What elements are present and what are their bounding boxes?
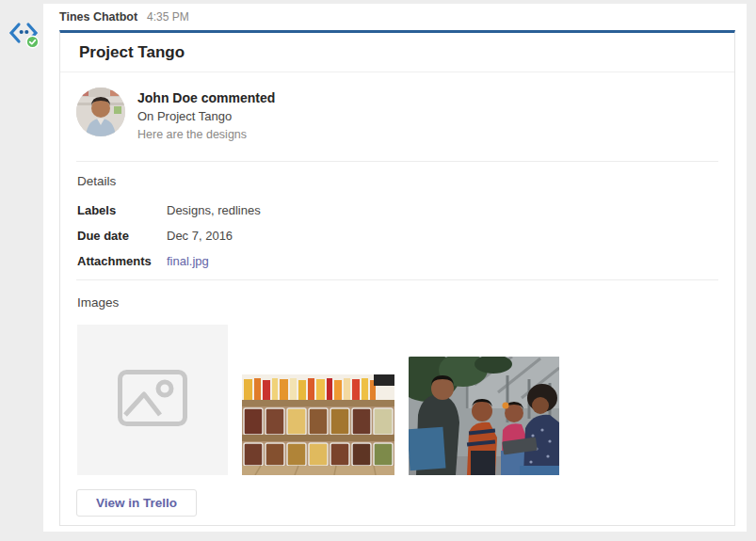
activity-title: John Doe commented xyxy=(137,89,275,107)
bins-row-2 xyxy=(244,443,393,466)
activity-text: John Doe commented On Project Tango Here… xyxy=(137,88,275,144)
bot-avatar[interactable] xyxy=(8,18,40,50)
family-photo[interactable] xyxy=(409,357,559,475)
john-doe-avatar xyxy=(76,88,125,136)
image-row xyxy=(77,325,717,475)
images-section: Images xyxy=(77,280,717,475)
message-timestamp: 4:35 PM xyxy=(147,10,189,24)
details-heading: Details xyxy=(77,174,717,188)
containers-photo[interactable] xyxy=(242,374,394,475)
image-placeholder[interactable] xyxy=(77,325,228,475)
colorful-sticks xyxy=(244,378,376,400)
girl-figure xyxy=(501,402,527,475)
activity-message: Here are the designs xyxy=(137,126,275,144)
fact-row-due-date: Due date Dec 7, 2016 xyxy=(77,229,717,244)
view-in-trello-button[interactable]: View in Trello xyxy=(76,489,197,517)
action-row: View in Trello xyxy=(76,489,718,517)
bins-row-1 xyxy=(244,408,393,435)
fact-label: Due date xyxy=(77,229,167,244)
tines-bot-icon xyxy=(8,37,40,53)
woman-figure xyxy=(523,384,559,475)
jeans xyxy=(520,466,559,475)
fact-row-attachments: Attachments final.jpg xyxy=(77,254,717,269)
broken-image-icon xyxy=(118,370,187,430)
connector-card: Project Tango John Doe commented On Proj… xyxy=(59,30,735,526)
activity-block: John Doe commented On Project Tango Here… xyxy=(76,88,716,144)
details-section: Details Labels Designs, redlines Due dat… xyxy=(77,162,717,269)
activity-subtitle: On Project Tango xyxy=(137,107,275,126)
attachment-link[interactable]: final.jpg xyxy=(167,254,209,269)
sender-name[interactable]: Tines Chatbot xyxy=(59,10,137,24)
fact-table: Labels Designs, redlines Due date Dec 7,… xyxy=(77,203,717,269)
fact-row-labels: Labels Designs, redlines xyxy=(77,203,717,218)
card-title-row: Project Tango xyxy=(60,33,734,72)
card-title: Project Tango xyxy=(79,40,716,64)
fact-label: Labels xyxy=(77,203,167,218)
fact-label: Attachments xyxy=(77,254,167,269)
verified-check-icon xyxy=(26,36,39,48)
fact-value: Dec 7, 2016 xyxy=(167,229,233,244)
images-heading: Images xyxy=(77,295,717,310)
fact-value: Designs, redlines xyxy=(167,203,261,218)
message-header: Tines Chatbot 4:35 PM xyxy=(59,10,189,24)
